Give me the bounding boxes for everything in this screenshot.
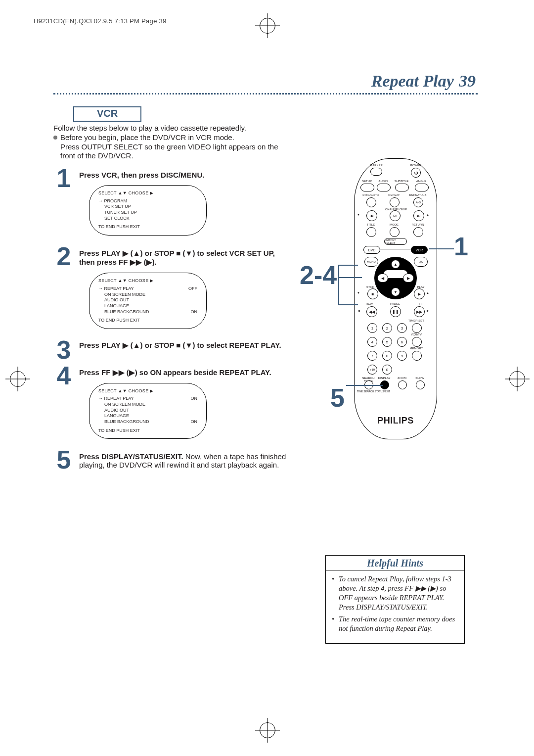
- crop-mark-right: [509, 371, 525, 387]
- remote-key-4: 4: [367, 337, 377, 347]
- remote-nav-right: ▶: [403, 274, 414, 283]
- remote-label: REW: [359, 302, 379, 305]
- osd-panel: SELECT ▲▼ CHOOSE ▶ → REPEAT PLAYON ON SC…: [89, 383, 207, 439]
- intro-text: Follow the steps below to play a video c…: [53, 124, 281, 161]
- remote-label: SLOW: [410, 377, 430, 379]
- remote-label: DISPLAY: [374, 377, 394, 379]
- remote-key-6: 6: [397, 337, 407, 347]
- osd-panel: SELECT ▲▼ CHOOSE ▶ → REPEAT PLAYOFF ON S…: [89, 273, 207, 329]
- remote-key-0: 0: [382, 365, 392, 375]
- remote-label-power: POWER: [406, 164, 426, 167]
- callout-line: [338, 265, 339, 304]
- remote-btn-rew: ◀◀: [366, 306, 377, 317]
- remote-btn-dvd: DVD: [363, 246, 380, 254]
- step-number: 4: [53, 366, 74, 445]
- intro-bullet: Before you begin, place the DVD/VCR in V…: [53, 133, 281, 161]
- remote-btn: [360, 184, 374, 191]
- remote-btn-skip-back: ⏮: [366, 210, 377, 221]
- callout-line: [429, 248, 454, 249]
- remote-key-7: 7: [367, 351, 377, 361]
- remote-label: TITLE: [361, 223, 381, 226]
- remote-btn: A-B: [413, 197, 423, 207]
- remote-btn-play: ▶: [414, 288, 425, 299]
- remote-btn-timerset: [412, 323, 422, 333]
- bullet-icon: •: [332, 574, 336, 612]
- remote-btn-output: OUTPUT SELECT: [384, 238, 407, 245]
- remote-label: STOP: [360, 285, 380, 288]
- remote-label: ▲: [424, 213, 431, 216]
- remote-label: VCR/TV: [406, 333, 426, 336]
- remote-label-marker: MARKER: [366, 164, 386, 167]
- remote-key-plus10: +10: [367, 365, 377, 375]
- remote-brand: PHILIPS: [355, 416, 437, 426]
- hints-item: • To cancel Repeat Play, follow steps 1-…: [332, 574, 458, 612]
- page-number: 39: [459, 72, 476, 90]
- bullet-icon: •: [332, 614, 336, 633]
- remote-key-5: 5: [382, 337, 392, 347]
- callout-line: [338, 265, 358, 266]
- remote-btn-vcr: VCR: [411, 246, 428, 254]
- remote-label: DISC/GOTO: [361, 193, 381, 196]
- remote-label: ▶: [424, 309, 431, 312]
- step-1: 1 Press VCR, then press DISC/MENU. SELEC…: [53, 168, 291, 241]
- remote-label: ZOOM: [392, 377, 412, 379]
- remote-key-3: 3: [397, 323, 407, 333]
- helpful-hints-box: Helpful Hints • To cancel Repeat Play, f…: [325, 555, 465, 644]
- callout-line: [346, 385, 383, 386]
- step-body: Press VCR, then press DISC/MENU. SELECT …: [79, 168, 291, 241]
- remote-btn-pause: ❚❚: [390, 306, 401, 317]
- mode-label-box: VCR: [73, 106, 141, 122]
- page-title: Repeat Play: [371, 72, 454, 90]
- step-number: 3: [53, 340, 74, 361]
- helpful-hints-title: Helpful Hints: [326, 556, 464, 570]
- remote-btn-ff: ▶▶: [414, 306, 425, 317]
- remote-label: PAUSE: [385, 302, 405, 305]
- steps-column: 1 Press VCR, then press DISC/MENU. SELEC…: [53, 168, 291, 475]
- remote-label: ▲: [424, 291, 431, 294]
- remote-btn: [366, 227, 376, 237]
- remote-btn-ok: OK: [414, 257, 428, 267]
- remote-label: ANGLE: [411, 180, 431, 183]
- remote-label: REPEAT: [384, 193, 404, 196]
- hints-item: • The real-time tape counter memory does…: [332, 614, 458, 633]
- step-5: 5 Press DISPLAY/STATUS/EXIT. Now, when a…: [53, 450, 291, 471]
- remote-nav-up: ▲: [391, 260, 400, 269]
- remote-label: TIME SEARCH STATUS/EXIT: [357, 390, 397, 393]
- remote-key-8: 8: [382, 351, 392, 361]
- crop-mark-top: [260, 18, 275, 34]
- callout-line: [338, 304, 358, 305]
- step-number: 1: [53, 168, 74, 241]
- step-4: 4 Press FF ▶▶ (▶) so ON appears beside R…: [53, 366, 291, 445]
- step-number: 5: [53, 450, 74, 471]
- header-filename-note: H9231CD(EN).QX3 02.9.5 7:13 PM Page 39: [34, 17, 167, 25]
- remote-label: AUDIO: [373, 180, 393, 183]
- remote-label: MEMORY: [406, 347, 426, 350]
- remote-btn-menu: MENU: [364, 257, 378, 267]
- remote-key-9: 9: [397, 351, 407, 361]
- remote-btn: [390, 227, 400, 237]
- step-body: Press FF ▶▶ (▶) so ON appears beside REP…: [79, 366, 291, 445]
- step-2: 2 Press PLAY ▶ (▲) or STOP ■ (▼) to sele…: [53, 246, 291, 335]
- remote-btn: CH: [390, 210, 400, 221]
- remote-btn-memory: [412, 351, 422, 361]
- remote-label: REPEAT A-B: [408, 193, 428, 196]
- remote-label: PLAY: [411, 285, 431, 288]
- remote-btn-skip-fwd: ⏭: [413, 210, 424, 221]
- remote-key-1: 1: [367, 323, 377, 333]
- intro-bullet-text: Before you begin, place the DVD/VCR in V…: [60, 133, 281, 161]
- page-title-row: Repeat Play 39: [53, 72, 481, 91]
- remote-label: SUBTITLE: [392, 180, 411, 183]
- callout-number-1: 1: [454, 234, 468, 259]
- crop-mark-left: [10, 371, 26, 387]
- remote-label: ▼: [355, 213, 362, 216]
- remote-divider: [379, 249, 412, 249]
- crop-mark-bottom: [260, 722, 275, 738]
- bullet-dot-icon: [53, 136, 57, 140]
- remote-label: RETURN: [408, 223, 428, 226]
- remote-btn-stop: ■: [367, 288, 378, 299]
- step-3: 3 Press PLAY ▶ (▲) or STOP ■ (▼) to sele…: [53, 340, 291, 361]
- remote-btn: [395, 184, 409, 191]
- step-body: Press PLAY ▶ (▲) or STOP ■ (▼) to select…: [79, 246, 291, 335]
- helpful-hints-body: • To cancel Repeat Play, follow steps 1-…: [326, 570, 464, 643]
- remote-btn: [366, 197, 376, 207]
